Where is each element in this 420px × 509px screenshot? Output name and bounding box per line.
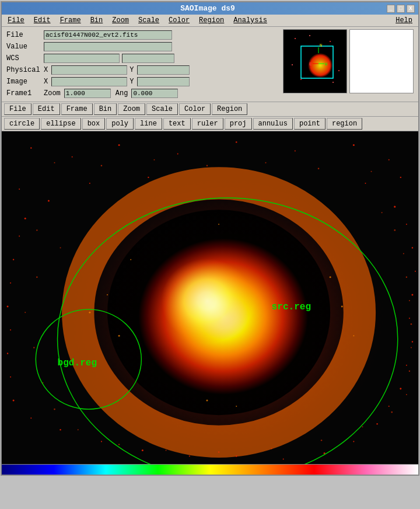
svg-point-62 <box>19 235 20 236</box>
zoom-value[interactable] <box>64 89 111 98</box>
region-proj[interactable]: proj <box>225 118 252 130</box>
svg-point-93 <box>394 229 396 231</box>
window-controls: _ □ X <box>387 5 415 13</box>
svg-point-24 <box>177 154 178 155</box>
minimize-button[interactable]: _ <box>387 5 395 13</box>
title-bar: SAOImage ds9 _ □ X <box>2 2 418 15</box>
toolbar-file[interactable]: File <box>4 103 32 115</box>
svg-point-34 <box>365 183 366 184</box>
menu-color[interactable]: Color <box>165 16 193 25</box>
menu-scale[interactable]: Scale <box>135 16 163 25</box>
svg-point-26 <box>295 151 296 152</box>
svg-point-63 <box>24 218 26 219</box>
svg-point-2 <box>295 38 296 39</box>
svg-point-78 <box>78 429 79 430</box>
svg-point-71 <box>36 229 37 231</box>
svg-point-94 <box>382 212 383 213</box>
svg-point-59 <box>7 306 9 308</box>
svg-point-104 <box>236 406 237 407</box>
toolbar-scale[interactable]: Scale <box>146 103 178 115</box>
svg-point-88 <box>411 347 412 348</box>
svg-point-48 <box>283 459 284 460</box>
svg-point-72 <box>60 247 61 249</box>
svg-point-98 <box>130 259 131 260</box>
close-button[interactable]: X <box>407 5 415 13</box>
region-ellipse[interactable]: ellipse <box>41 118 80 130</box>
image-x-input[interactable] <box>51 77 127 86</box>
svg-point-32 <box>89 183 90 184</box>
menu-bar: File Edit Frame Bin Zoom Scale Color Reg… <box>2 15 418 27</box>
region-line[interactable]: line <box>135 118 162 130</box>
wcs-input1[interactable] <box>44 54 120 63</box>
menu-bin[interactable]: Bin <box>87 16 107 25</box>
region-annulus[interactable]: annulus <box>253 118 293 130</box>
svg-point-30 <box>19 189 20 190</box>
region-region[interactable]: region <box>327 118 362 130</box>
physical-y-input[interactable] <box>137 65 190 75</box>
physical-y-label: Y <box>130 66 134 74</box>
svg-point-45 <box>376 423 377 424</box>
svg-point-37 <box>412 247 413 248</box>
region-poly[interactable]: poly <box>106 118 134 130</box>
region-text[interactable]: text <box>163 118 191 130</box>
svg-point-86 <box>406 394 407 395</box>
ang-value[interactable] <box>131 89 178 98</box>
value-input[interactable] <box>44 42 172 51</box>
region-box[interactable]: box <box>82 118 106 130</box>
menu-edit[interactable]: Edit <box>30 16 54 25</box>
svg-point-38 <box>415 271 416 272</box>
svg-point-22 <box>72 156 73 158</box>
svg-point-81 <box>218 451 220 453</box>
svg-point-103 <box>206 399 208 401</box>
region-point[interactable]: point <box>294 118 326 130</box>
toolbar-bin[interactable]: Bin <box>94 103 117 115</box>
image-x-label: X <box>44 78 48 86</box>
toolbar-color[interactable]: Color <box>179 103 211 115</box>
svg-point-57 <box>7 353 8 354</box>
zoom-label: Zoom <box>44 89 61 97</box>
svg-point-91 <box>406 277 407 278</box>
svg-point-55 <box>13 399 15 401</box>
physical-label: Physical <box>6 66 41 74</box>
toolbar-edit[interactable]: Edit <box>33 103 60 115</box>
svg-point-8 <box>332 82 334 83</box>
image-area[interactable]: bgd.reg src.reg <box>2 131 418 464</box>
color-bar <box>2 464 418 475</box>
svg-point-102 <box>218 224 219 225</box>
svg-point-97 <box>118 335 120 337</box>
menu-frame[interactable]: Frame <box>57 16 85 25</box>
value-label: Value <box>6 43 41 51</box>
region-circle[interactable]: circle <box>4 118 40 130</box>
physical-x-input[interactable] <box>51 65 127 75</box>
svg-point-54 <box>30 417 32 419</box>
svg-point-7 <box>300 79 302 80</box>
menu-file[interactable]: File <box>4 16 28 25</box>
svg-point-35 <box>394 206 396 208</box>
file-label: File <box>6 31 41 39</box>
info-panel: File Value WCS Physical X Y <box>2 27 418 102</box>
svg-point-77 <box>54 409 55 410</box>
info-fields: File Value WCS Physical X Y <box>6 29 281 99</box>
region-ruler[interactable]: ruler <box>192 118 223 130</box>
maximize-button[interactable]: □ <box>397 5 405 13</box>
svg-point-51 <box>142 449 144 451</box>
menu-help[interactable]: Help <box>392 16 416 25</box>
svg-point-49 <box>236 455 237 456</box>
window-title: SAOImage ds9 <box>180 4 235 13</box>
svg-point-64 <box>54 162 55 163</box>
menu-analysis[interactable]: Analysis <box>230 16 271 25</box>
toolbar-frame[interactable]: Frame <box>61 103 93 115</box>
svg-point-39 <box>411 294 413 295</box>
wcs-input2[interactable] <box>122 54 174 63</box>
file-value[interactable] <box>44 30 172 40</box>
svg-text:bgd.reg: bgd.reg <box>58 358 97 368</box>
menu-zoom[interactable]: Zoom <box>108 16 132 25</box>
toolbar-region[interactable]: Region <box>212 103 247 115</box>
toolbar-zoom[interactable]: Zoom <box>118 103 145 115</box>
image-y-input[interactable] <box>137 77 190 86</box>
menu-region[interactable]: Region <box>195 16 228 25</box>
svg-point-56 <box>10 376 11 378</box>
frame1-label: Frame1 <box>6 89 41 97</box>
physical-x-label: X <box>44 66 48 74</box>
svg-point-58 <box>10 329 11 330</box>
